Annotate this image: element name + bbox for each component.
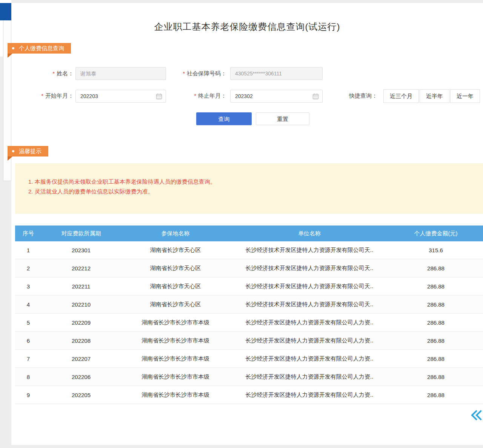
tips-panel: 1. 本服务仅提供尚未领取企业职工基本养老保险待遇人员的缴费信息查询。2. 灵活… bbox=[15, 163, 483, 214]
required-asterisk: * bbox=[52, 70, 55, 77]
table-cell: 湖南省长沙市天心区 bbox=[121, 296, 230, 313]
table-cell: 315.6 bbox=[389, 241, 483, 259]
payment-table-header: 序号对应费款所属期参保地名称单位名称个人缴费金额(元) bbox=[15, 226, 483, 241]
table-header-cell: 序号 bbox=[15, 226, 42, 241]
table-cell: 长沙经济开发区捷特人力资源开发有限公司人力资.. bbox=[230, 350, 389, 367]
start-month-label: *开始年月： bbox=[23, 92, 74, 100]
required-asterisk: * bbox=[41, 92, 43, 99]
table-cell: 1 bbox=[15, 241, 42, 259]
table-cell: 湖南省长沙市长沙市市本级 bbox=[121, 368, 230, 385]
table-row: 6202208湖南省长沙市长沙市市本级长沙经济开发区捷特人力资源开发有限公司人力… bbox=[15, 332, 483, 350]
table-row: 7202207湖南省长沙市长沙市市本级长沙经济开发区捷特人力资源开发有限公司人力… bbox=[15, 350, 483, 368]
table-row: 9202205湖南省长沙市长沙市市本级长沙经济开发区捷特人力资源开发有限公司人力… bbox=[15, 386, 483, 404]
table-cell: 202207 bbox=[42, 350, 121, 367]
table-cell: 3 bbox=[15, 278, 42, 295]
table-cell: 9 bbox=[15, 386, 42, 404]
table-cell: 286.88 bbox=[389, 259, 483, 277]
table-cell: 286.88 bbox=[389, 368, 483, 385]
table-cell: 7 bbox=[15, 350, 42, 367]
query-button[interactable]: 查询 bbox=[196, 112, 252, 125]
table-row: 8202206湖南省长沙市长沙市市本级长沙经济开发区捷特人力资源开发有限公司人力… bbox=[15, 368, 483, 386]
bullet-icon bbox=[12, 47, 14, 49]
end-month-label: *终止年月： bbox=[170, 92, 226, 100]
table-cell: 6 bbox=[15, 332, 42, 349]
table-cell: 8 bbox=[15, 368, 42, 385]
table-cell: 长沙经济开发区捷特人力资源开发有限公司人力资.. bbox=[230, 332, 389, 349]
payment-table: 序号对应费款所属期参保地名称单位名称个人缴费金额(元) 1202301湖南省长沙… bbox=[15, 226, 483, 404]
section-badge-label: 温馨提示 bbox=[19, 148, 42, 154]
quick-query-button[interactable]: 近一年 bbox=[450, 89, 480, 103]
table-cell: 286.88 bbox=[389, 314, 483, 331]
table-header-cell: 参保地名称 bbox=[121, 226, 230, 241]
table-cell: 202210 bbox=[42, 296, 121, 313]
calendar-icon[interactable] bbox=[156, 93, 162, 100]
payment-table-body: 1202301湖南省长沙市天心区长沙经济技术开发区捷特人力资源开发有限公司天..… bbox=[15, 241, 483, 404]
bullet-icon bbox=[12, 150, 14, 152]
ssn-field[interactable]: 430525******306111 bbox=[230, 67, 323, 80]
start-month-field[interactable]: 202203 bbox=[75, 90, 166, 103]
table-cell: 长沙经济技术开发区捷特人力资源开发有限公司天.. bbox=[230, 259, 389, 277]
table-cell: 286.88 bbox=[389, 386, 483, 404]
name-label: *姓名： bbox=[23, 70, 74, 77]
ssn-label: *社会保障号码： bbox=[170, 70, 226, 77]
page-title: 企业职工基本养老保险缴费信息查询(试运行) bbox=[11, 21, 483, 33]
table-cell: 长沙经济技术开发区捷特人力资源开发有限公司天.. bbox=[230, 296, 389, 313]
table-cell: 长沙经济技术开发区捷特人力资源开发有限公司天.. bbox=[230, 278, 389, 295]
quick-query-button[interactable]: 近三个月 bbox=[383, 89, 419, 103]
reset-button[interactable]: 重置 bbox=[256, 112, 309, 125]
table-cell: 286.88 bbox=[389, 350, 483, 367]
table-cell: 湖南省长沙市长沙市市本级 bbox=[121, 350, 230, 367]
table-cell: 202209 bbox=[42, 314, 121, 331]
ribbon-fold bbox=[8, 54, 12, 58]
calendar-icon[interactable] bbox=[312, 93, 319, 100]
table-row: 4202210湖南省长沙市天心区长沙经济技术开发区捷特人力资源开发有限公司天..… bbox=[15, 296, 483, 314]
table-cell: 202211 bbox=[42, 278, 121, 295]
required-asterisk: * bbox=[194, 92, 196, 99]
table-cell: 5 bbox=[15, 314, 42, 331]
table-cell: 202212 bbox=[42, 259, 121, 277]
table-cell: 286.88 bbox=[389, 278, 483, 295]
section-badge-personal-query: 个人缴费信息查询 bbox=[8, 43, 71, 54]
table-header-cell: 个人缴费金额(元) bbox=[389, 226, 483, 241]
table-cell: 202301 bbox=[42, 241, 121, 259]
section-badge-label: 个人缴费信息查询 bbox=[19, 45, 64, 51]
table-cell: 湖南省长沙市天心区 bbox=[121, 241, 230, 259]
name-field[interactable]: 谢旭泰 bbox=[75, 67, 166, 80]
table-cell: 202208 bbox=[42, 332, 121, 349]
table-row: 3202211湖南省长沙市天心区长沙经济技术开发区捷特人力资源开发有限公司天..… bbox=[15, 278, 483, 296]
section-badge-tips: 温馨提示 bbox=[8, 146, 48, 156]
table-cell: 长沙经济开发区捷特人力资源开发有限公司人力资.. bbox=[230, 314, 389, 331]
table-cell: 长沙经济开发区捷特人力资源开发有限公司人力资.. bbox=[230, 386, 389, 404]
table-cell: 湖南省长沙市天心区 bbox=[121, 259, 230, 277]
table-cell: 长沙经济开发区捷特人力资源开发有限公司人力资.. bbox=[230, 368, 389, 385]
table-cell: 202205 bbox=[42, 386, 121, 404]
table-cell: 湖南省长沙市天心区 bbox=[121, 278, 230, 295]
tip-line: 2. 灵活就业人员的缴费单位信息以实际缴费为准。 bbox=[28, 187, 475, 196]
table-cell: 4 bbox=[15, 296, 42, 313]
table-cell: 2 bbox=[15, 259, 42, 277]
table-row: 5202209湖南省长沙市长沙市市本级长沙经济开发区捷特人力资源开发有限公司人力… bbox=[15, 314, 483, 332]
table-cell: 202206 bbox=[42, 368, 121, 385]
tip-line: 1. 本服务仅提供尚未领取企业职工基本养老保险待遇人员的缴费信息查询。 bbox=[28, 177, 475, 187]
table-cell: 湖南省长沙市长沙市市本级 bbox=[121, 314, 230, 331]
ribbon-fold bbox=[8, 156, 12, 161]
quick-query-button[interactable]: 近半年 bbox=[420, 89, 449, 103]
required-asterisk: * bbox=[183, 70, 185, 77]
quick-query-label: 快捷查询： bbox=[349, 92, 377, 100]
table-header-cell: 对应费款所属期 bbox=[42, 226, 121, 241]
table-row: 1202301湖南省长沙市天心区长沙经济技术开发区捷特人力资源开发有限公司天..… bbox=[15, 241, 483, 259]
sidebar-collapsed-tab[interactable] bbox=[0, 3, 11, 20]
end-month-field[interactable]: 202302 bbox=[230, 90, 323, 103]
table-cell: 长沙经济技术开发区捷特人力资源开发有限公司天.. bbox=[230, 241, 389, 259]
table-row: 2202212湖南省长沙市天心区长沙经济技术开发区捷特人力资源开发有限公司天..… bbox=[15, 259, 483, 278]
table-header-cell: 单位名称 bbox=[230, 226, 389, 241]
table-cell: 286.88 bbox=[389, 332, 483, 349]
collapse-chevron-icon[interactable] bbox=[470, 409, 483, 422]
table-cell: 286.88 bbox=[389, 296, 483, 313]
table-cell: 湖南省长沙市长沙市市本级 bbox=[121, 332, 230, 349]
table-cell: 湖南省长沙市长沙市市本级 bbox=[121, 386, 230, 404]
quick-query-group: 近三个月近半年近一年 bbox=[383, 89, 480, 103]
